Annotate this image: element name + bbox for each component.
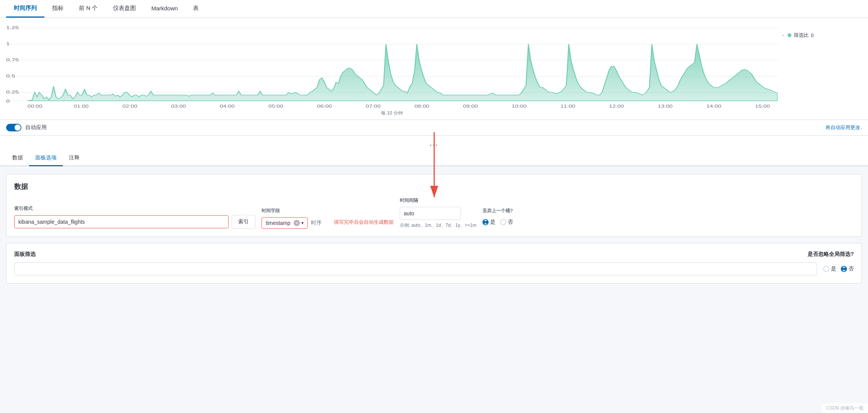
svg-text:15:00: 15:00 xyxy=(755,104,770,108)
index-pattern-group: 索引模式 索引 xyxy=(14,205,255,229)
sub-tab-panel-options[interactable]: 面板选项 xyxy=(29,151,63,166)
global-no-circle xyxy=(841,266,847,272)
panel-filter-header: 面板筛选 是否忽略全局筛选? xyxy=(14,251,854,258)
index-button[interactable]: 索引 xyxy=(232,215,255,229)
tab-metrics[interactable]: 指标 xyxy=(44,0,71,18)
drop-no-label: 否 xyxy=(508,219,513,226)
chart-legend: › 筛选比 0 xyxy=(778,24,862,39)
interval-label: 时间间隔 xyxy=(400,197,477,204)
svg-text:12:00: 12:00 xyxy=(609,104,624,108)
clear-time-icon[interactable]: ✕ xyxy=(294,220,300,226)
svg-text:04:00: 04:00 xyxy=(220,104,235,108)
sub-tab-annotations[interactable]: 注释 xyxy=(63,151,86,166)
legend-label: 筛选比 xyxy=(794,32,809,39)
time-series-chart: 1.25 1 0.75 0.5 0.25 0 00:00 01:00 02:00… xyxy=(6,24,778,108)
time-input-row: timestamp ✕ ▾ 时序 xyxy=(262,217,322,229)
time-input-value: timestamp xyxy=(266,220,291,226)
dots-menu-button[interactable]: ... xyxy=(430,139,438,148)
svg-text:14:00: 14:00 xyxy=(706,104,721,108)
index-pattern-input[interactable] xyxy=(14,215,229,228)
time-field-label: 时间字段 xyxy=(262,208,322,214)
svg-text:06:00: 06:00 xyxy=(317,104,332,108)
radio-yes-circle xyxy=(482,219,489,225)
panel-filter-row: 是 否 xyxy=(14,262,854,275)
auto-apply-toggle[interactable] xyxy=(6,124,21,131)
svg-text:00:00: 00:00 xyxy=(28,104,43,108)
legend-value: 0 xyxy=(811,33,814,38)
top-tabs: 时间序列 指标 前 N 个 仪表盘图 Markdown 表 xyxy=(0,0,868,18)
interval-group: 时间间隔 示例: auto、1m、1d、7d、1y、>=1m xyxy=(400,197,477,229)
annotation-group: 填写完毕后会自动生成数据 xyxy=(328,219,394,229)
svg-text:08:00: 08:00 xyxy=(414,104,429,108)
svg-text:0.5: 0.5 xyxy=(6,74,15,78)
radio-no-circle xyxy=(500,219,506,225)
auto-apply-row: 自动应用 将自动应用更改. xyxy=(0,120,868,136)
svg-text:10:00: 10:00 xyxy=(512,104,527,108)
chart-container: 1.25 1 0.75 0.5 0.25 0 00:00 01:00 02:00… xyxy=(0,18,868,120)
legend-chevron-icon: › xyxy=(782,33,784,38)
chart-xlabel: 每 10 分钟 xyxy=(6,110,778,116)
auto-apply-hint[interactable]: 将自动应用更改. xyxy=(825,124,862,131)
panel-filter-label: 面板筛选 xyxy=(14,251,36,258)
time-input-icons: ✕ ▾ xyxy=(294,220,304,226)
global-yes-circle xyxy=(823,266,829,272)
drop-no-radio[interactable]: 否 xyxy=(500,219,513,226)
data-section-card: 数据 索引模式 索引 时间字段 timestamp xyxy=(6,174,862,237)
form-main-row: 索引模式 索引 时间字段 timestamp ✕ ▾ xyxy=(14,197,854,229)
filter-radio-row: 是 否 xyxy=(823,266,854,272)
drop-yes-label: 是 xyxy=(490,219,495,226)
global-no-radio[interactable]: 否 xyxy=(841,266,854,272)
data-section-content: 索引模式 索引 时间字段 timestamp ✕ ▾ xyxy=(14,197,854,229)
time-suffix: 时序 xyxy=(311,220,322,226)
dots-menu-row: ... xyxy=(0,136,868,151)
panel-filter-section: 面板筛选 是否忽略全局筛选? 是 否 xyxy=(6,243,862,284)
time-input-box[interactable]: timestamp ✕ ▾ xyxy=(262,217,308,229)
sub-tabs: 数据 面板选项 注释 xyxy=(0,151,868,166)
svg-text:0: 0 xyxy=(6,99,10,103)
global-yes-radio[interactable]: 是 xyxy=(823,266,836,272)
tab-markdown[interactable]: Markdown xyxy=(144,0,185,17)
svg-text:0.25: 0.25 xyxy=(6,90,19,94)
annotation-text: 填写完毕后会自动生成数据 xyxy=(334,219,394,226)
toggle-label: 自动应用 xyxy=(6,124,47,131)
svg-text:02:00: 02:00 xyxy=(123,104,137,108)
svg-text:09:00: 09:00 xyxy=(463,104,478,108)
auto-apply-text: 自动应用 xyxy=(25,124,47,131)
svg-text:01:00: 01:00 xyxy=(74,104,89,108)
panel-filter-input[interactable] xyxy=(14,262,817,275)
interval-input[interactable] xyxy=(400,207,461,220)
index-pattern-label: 索引模式 xyxy=(14,205,255,212)
legend-dot-icon xyxy=(788,33,791,37)
sub-tab-data[interactable]: 数据 xyxy=(6,151,29,166)
chevron-down-icon[interactable]: ▾ xyxy=(301,220,304,226)
tab-timeseries[interactable]: 时间序列 xyxy=(6,0,44,18)
svg-text:03:00: 03:00 xyxy=(171,104,186,108)
section-title: 数据 xyxy=(14,182,854,191)
chart-main: 1.25 1 0.75 0.5 0.25 0 00:00 01:00 02:00… xyxy=(6,24,778,116)
tab-topn[interactable]: 前 N 个 xyxy=(71,0,105,18)
tab-table[interactable]: 表 xyxy=(185,0,206,18)
svg-text:07:00: 07:00 xyxy=(366,104,381,108)
drop-bucket-group: 丢弃上一个桶? 是 否 xyxy=(482,208,513,229)
svg-text:13:00: 13:00 xyxy=(658,104,673,108)
global-no-label: 否 xyxy=(848,266,854,272)
drop-bucket-label: 丢弃上一个桶? xyxy=(482,208,513,214)
index-input-wrapper: 索引 xyxy=(14,215,255,229)
svg-text:11:00: 11:00 xyxy=(561,104,575,108)
drop-yes-radio[interactable]: 是 xyxy=(482,219,495,226)
legend-item-filter[interactable]: › 筛选比 0 xyxy=(782,32,814,39)
svg-text:0.75: 0.75 xyxy=(6,57,19,62)
global-yes-label: 是 xyxy=(831,266,836,272)
svg-text:1: 1 xyxy=(6,41,10,46)
tab-gauge[interactable]: 仪表盘图 xyxy=(105,0,144,18)
drop-radio-group: 是 否 xyxy=(482,219,513,226)
global-filter-question: 是否忽略全局筛选? xyxy=(808,251,854,258)
interval-hint: 示例: auto、1m、1d、7d、1y、>=1m xyxy=(400,222,477,229)
main-content: 数据 索引模式 索引 时间字段 timestamp xyxy=(0,166,868,297)
svg-text:05:00: 05:00 xyxy=(268,104,283,108)
time-field-group: 时间字段 timestamp ✕ ▾ 时序 xyxy=(262,208,322,229)
svg-text:1.25: 1.25 xyxy=(6,25,19,30)
